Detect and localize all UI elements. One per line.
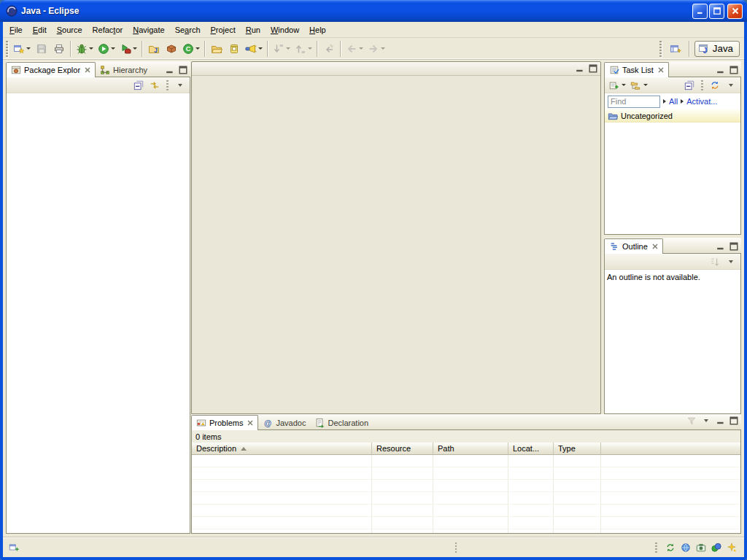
close-window-button[interactable]: [727, 4, 743, 19]
tab-problems[interactable]: Problems: [191, 415, 258, 430]
toolbar-grip[interactable]: [6, 41, 8, 57]
perspective-java-button[interactable]: J Java: [694, 41, 740, 57]
maximize-view-button[interactable]: [727, 64, 740, 75]
external-tools-button[interactable]: [117, 40, 139, 58]
task-list-content[interactable]: [605, 122, 740, 234]
synchronize-tasks-button[interactable]: [708, 78, 722, 93]
fast-view-button[interactable]: [9, 542, 19, 553]
collapse-all-button[interactable]: [682, 78, 697, 93]
perspective-bar-grip[interactable]: [659, 41, 662, 57]
categorized-icon: [630, 80, 640, 90]
title-bar[interactable]: Java - Eclipse: [0, 0, 747, 22]
maximize-window-button[interactable]: [709, 4, 724, 19]
maximize-view-button[interactable]: [727, 416, 740, 427]
package-explorer-icon: [11, 65, 21, 75]
back-button[interactable]: [344, 40, 365, 58]
menu-project[interactable]: Project: [206, 23, 241, 37]
categorized-presentation-button[interactable]: [629, 78, 649, 93]
tab-javadoc[interactable]: @ Javadoc: [258, 416, 310, 429]
collapse-all-button[interactable]: [131, 78, 146, 93]
new-wizard-icon: [13, 43, 25, 55]
maximize-view-button[interactable]: [177, 64, 189, 75]
save-button[interactable]: [33, 40, 50, 58]
menu-run[interactable]: Run: [241, 23, 266, 37]
debug-button[interactable]: [74, 40, 96, 58]
package-explorer-tree[interactable]: [7, 93, 190, 533]
column-header-type[interactable]: Type: [554, 443, 601, 455]
last-edit-location-button[interactable]: [320, 40, 338, 58]
maximize-view-button[interactable]: [727, 241, 740, 252]
filter-button[interactable]: [684, 413, 699, 428]
tab-outline[interactable]: Outline: [604, 238, 663, 254]
scope-all-link[interactable]: All: [669, 97, 678, 106]
link-with-editor-button[interactable]: [147, 78, 162, 93]
new-wizard-button[interactable]: [11, 40, 33, 58]
column-header-description[interactable]: Description: [192, 443, 372, 455]
menu-source[interactable]: Source: [52, 23, 88, 37]
minimize-view-button[interactable]: [714, 241, 727, 252]
open-type-button[interactable]: [208, 40, 225, 58]
new-java-class-button[interactable]: C: [180, 40, 202, 58]
tab-declaration[interactable]: Declaration: [310, 416, 373, 429]
workbench-shell: FileEditSourceRefactorNavigateSearchProj…: [3, 22, 744, 557]
search-button[interactable]: [243, 40, 265, 58]
column-header-resource[interactable]: Resource: [372, 443, 433, 455]
tab-package-explorer[interactable]: Package Explor: [6, 62, 96, 77]
toolbar-separator: [267, 41, 268, 57]
close-tab-icon[interactable]: [247, 420, 253, 426]
save-icon: [36, 43, 47, 55]
column-header-locat[interactable]: Locat...: [508, 443, 554, 455]
view-menu-icon: [704, 419, 708, 422]
task-category-row[interactable]: Uncategorized: [605, 109, 740, 122]
minimize-view-button[interactable]: [714, 64, 727, 75]
forward-button[interactable]: [365, 40, 387, 58]
sort-button[interactable]: [708, 254, 722, 269]
status-grip[interactable]: [655, 542, 657, 553]
view-menu-button[interactable]: [724, 78, 738, 93]
minimize-editor-button[interactable]: [573, 63, 586, 74]
maximize-editor-button[interactable]: [587, 63, 599, 74]
problems-status-row: 0 items: [192, 430, 740, 443]
menu-search[interactable]: Search: [170, 23, 206, 37]
shared-projects-button[interactable]: [711, 542, 721, 553]
minimize-view-button[interactable]: [714, 416, 727, 427]
task-find-input[interactable]: [608, 96, 660, 108]
menu-file[interactable]: File: [4, 23, 28, 37]
next-annotation-button[interactable]: [271, 40, 293, 58]
view-menu-button[interactable]: [173, 78, 187, 93]
new-task-button[interactable]: [607, 78, 627, 93]
web-status-button[interactable]: [681, 542, 691, 553]
scope-activate-link[interactable]: Activat...: [686, 97, 717, 106]
screen-capture-button[interactable]: [696, 542, 706, 553]
view-window-controls: [684, 413, 741, 429]
open-perspective-button[interactable]: [667, 40, 684, 58]
minimize-view-button[interactable]: [163, 64, 176, 75]
view-menu-button[interactable]: [724, 254, 738, 269]
status-trim-icons: [652, 542, 737, 553]
close-tab-icon[interactable]: [85, 67, 90, 73]
synchronize-button[interactable]: [665, 542, 676, 553]
menu-refactor[interactable]: Refactor: [88, 23, 128, 37]
column-header-path[interactable]: Path: [433, 443, 508, 455]
tab-hierarchy[interactable]: Hierarchy: [96, 63, 152, 77]
run-button[interactable]: [96, 40, 117, 58]
menu-edit[interactable]: Edit: [28, 23, 52, 37]
view-menu-button[interactable]: [699, 413, 713, 428]
tab-task-list[interactable]: Task List: [604, 62, 669, 77]
jar-file-button[interactable]: [225, 40, 243, 58]
minimize-window-button[interactable]: [692, 4, 708, 19]
shared-projects-icon: [711, 542, 721, 553]
new-java-project-button[interactable]: J: [145, 40, 163, 58]
whats-new-button[interactable]: [727, 542, 737, 553]
previous-annotation-button[interactable]: [293, 40, 314, 58]
tab-label: Hierarchy: [113, 66, 147, 74]
close-tab-icon[interactable]: [652, 244, 658, 249]
view-toolbar-grip: [166, 80, 169, 90]
menu-navigate[interactable]: Navigate: [128, 23, 169, 37]
new-java-package-button[interactable]: [163, 40, 180, 58]
uncategorized-folder-icon: [608, 111, 618, 121]
menu-window[interactable]: Window: [266, 23, 304, 37]
print-button[interactable]: [50, 40, 68, 58]
close-tab-icon[interactable]: [658, 67, 664, 73]
menu-help[interactable]: Help: [304, 23, 331, 37]
